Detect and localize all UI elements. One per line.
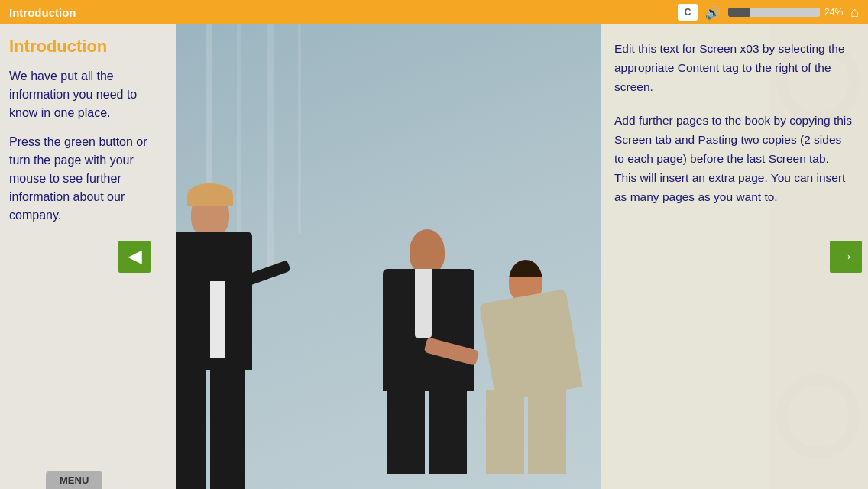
progress-bar-bg (728, 8, 820, 17)
center-image-area (176, 24, 601, 489)
deco-line-4 (298, 24, 301, 234)
nav-left-button[interactable]: ◀ (118, 241, 151, 273)
presenter-leg-right (210, 367, 245, 489)
progress-bar-fill (728, 8, 750, 17)
header-controls: C 🔊 24% ⌂ (678, 4, 859, 21)
person2-leg-right (528, 390, 566, 474)
person2-body (479, 289, 583, 402)
nav-right-button[interactable]: → (830, 241, 862, 273)
presenter-figure (176, 183, 275, 489)
left-arrow-icon: ◀ (128, 247, 141, 267)
handshake-scene (364, 206, 578, 474)
volume-icon[interactable]: 🔊 (705, 5, 721, 20)
presenter-shirt (210, 281, 225, 358)
person3-head (410, 229, 445, 274)
person3-leg-right (429, 388, 467, 474)
right-arrow-icon: → (837, 247, 854, 267)
press-instruction-text: Press the green button or turn the page … (9, 133, 167, 225)
right-body-text-1: Edit this text for Screen x03 by selecti… (614, 40, 854, 96)
header-title: Introduction (9, 6, 76, 19)
presenter-body (176, 232, 252, 370)
left-body-text: We have put all the information you need… (9, 67, 167, 122)
page-title: Introduction (9, 37, 167, 57)
right-body-text-2: Add further pages to the book by copying… (614, 112, 854, 206)
main-content: Introduction We have put all the informa… (0, 24, 868, 489)
person2-hair (509, 260, 542, 277)
header-bar: Introduction C 🔊 24% ⌂ (0, 0, 868, 24)
caption-icon: C (685, 7, 691, 18)
nav-right-container: → (830, 241, 862, 273)
presenter-leg-left (176, 367, 206, 489)
home-icon[interactable]: ⌂ (850, 5, 859, 21)
progress-bar-container: 24% (728, 7, 843, 18)
person3-body (383, 269, 474, 391)
menu-button[interactable]: MENU (46, 471, 102, 489)
nav-left-container: ◀ (118, 241, 151, 273)
presenter-head (191, 191, 229, 237)
person3-leg-left (387, 388, 425, 474)
caption-button[interactable]: C (678, 4, 698, 21)
person2-figure (471, 260, 578, 474)
person2-leg-left (486, 390, 524, 474)
right-panel: Edit this text for Screen x03 by selecti… (601, 24, 868, 489)
person3-shirt (415, 269, 432, 338)
progress-percent: 24% (824, 7, 843, 18)
